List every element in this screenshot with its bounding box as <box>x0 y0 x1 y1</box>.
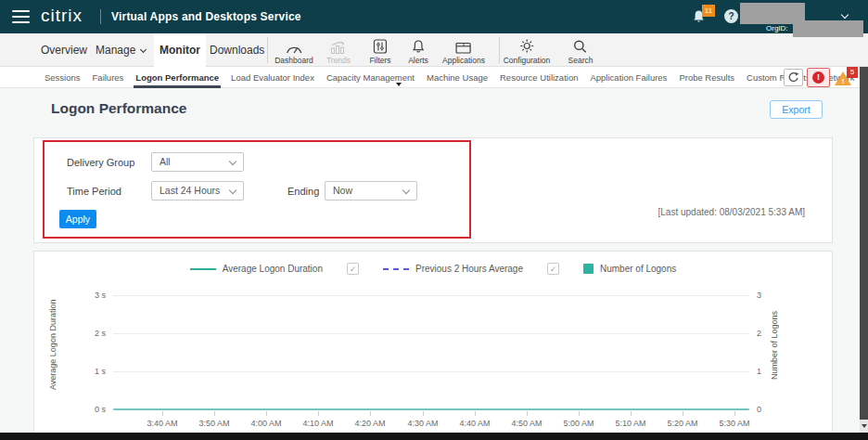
tab-resource-utilization[interactable]: Resource Utilization <box>500 67 578 88</box>
x-tick <box>475 411 476 416</box>
last-updated-text: [Last updated: 08/03/2021 5:33 AM] <box>594 207 805 217</box>
y-axis-right-title: Number of Logons <box>770 290 779 401</box>
org-id-label: OrgID: <box>766 24 788 32</box>
apply-button[interactable]: Apply <box>59 210 96 228</box>
chevron-down-icon <box>402 187 410 194</box>
tool-dashboard[interactable]: Dashboard <box>274 38 313 65</box>
x-tick-label: 3:40 AM <box>139 419 185 428</box>
legend-dashed-line-swatch <box>383 268 409 270</box>
nav-item-overview[interactable]: Overview <box>41 33 87 67</box>
configuration-gear-icon <box>504 38 551 54</box>
delivery-group-select[interactable]: All <box>151 152 244 172</box>
gridline <box>113 371 749 372</box>
citrix-logo: citrix <box>41 6 83 26</box>
refresh-button[interactable] <box>784 69 803 86</box>
account-chevron-down-icon[interactable] <box>841 11 849 19</box>
tool-label: Search <box>568 56 594 65</box>
x-tick-label: 4:50 AM <box>504 419 550 428</box>
legend-solid-line-swatch <box>190 268 216 270</box>
gridline <box>113 295 749 296</box>
x-tick <box>683 411 683 416</box>
product-title: Virtual Apps and Desktops Service <box>111 10 301 23</box>
time-period-label: Time Period <box>67 186 121 197</box>
time-period-select[interactable]: Last 24 Hours <box>151 181 244 201</box>
tool-alerts[interactable]: Alerts <box>408 38 428 65</box>
y-tick-right: 1 <box>757 367 775 376</box>
delivery-group-label: Delivery Group <box>67 157 134 168</box>
help-icon[interactable]: ? <box>724 9 738 23</box>
x-tick <box>266 411 267 416</box>
window-bottom-edge <box>0 433 868 440</box>
nav-item-downloads[interactable]: Downloads <box>210 33 264 67</box>
legend-checkbox-avg-duration[interactable]: ✓ <box>347 263 359 275</box>
time-period-value: Last 24 Hours <box>160 185 220 196</box>
x-tick-label: 4:40 AM <box>452 419 498 428</box>
tab-application-failures[interactable]: Application Failures <box>590 67 667 88</box>
nav-divider <box>499 37 500 63</box>
export-button[interactable]: Export <box>770 100 823 119</box>
chevron-down-icon <box>229 158 236 165</box>
y-tick-right: 3 <box>757 291 775 300</box>
redacted-org-id-box <box>793 20 863 37</box>
y-tick-right: 0 <box>757 405 775 414</box>
x-tick <box>527 411 528 416</box>
refresh-icon <box>787 71 799 84</box>
y-tick-left: 3 s <box>82 291 106 300</box>
x-tick <box>423 411 424 416</box>
legend-checkbox-prev-avg[interactable]: ✓ <box>547 263 559 275</box>
tool-configuration[interactable]: Configuration <box>504 38 551 65</box>
nav-item-monitor[interactable]: Monitor <box>154 33 206 67</box>
warning-alert-button[interactable]: ! 5 <box>834 67 858 87</box>
nav-divider <box>267 37 268 63</box>
applications-window-icon <box>442 38 485 54</box>
tool-trends[interactable]: Trends <box>326 38 351 65</box>
ending-select[interactable]: Now <box>325 181 417 201</box>
filters-icon <box>369 38 390 54</box>
dashboard-gauge-icon <box>274 38 313 54</box>
x-tick-label: 4:30 AM <box>400 419 446 428</box>
x-tick <box>370 411 371 416</box>
x-tick-label: 3:50 AM <box>191 419 237 428</box>
error-alert-button[interactable]: ! <box>807 68 830 87</box>
tool-filters[interactable]: Filters <box>369 38 390 65</box>
y-tick-left: 2 s <box>82 329 106 338</box>
tab-sessions[interactable]: Sessions <box>45 67 81 88</box>
tool-label: Dashboard <box>274 56 313 65</box>
x-tick-label: 5:30 AM <box>711 419 758 428</box>
hamburger-menu-icon[interactable] <box>12 10 30 23</box>
page-title: Logon Performance <box>51 100 186 117</box>
tab-load-evaluator-index[interactable]: Load Evaluator Index <box>231 67 314 88</box>
y-tick-left: 0 s <box>82 405 106 414</box>
gridline <box>113 333 749 334</box>
tab-probe-results[interactable]: Probe Results <box>679 67 734 88</box>
monitor-sub-nav: Sessions Failures Logon Performance Load… <box>0 67 868 88</box>
nav-item-manage[interactable]: Manage <box>96 33 146 67</box>
tool-label: Filters <box>369 56 390 65</box>
tool-applications[interactable]: Applications <box>442 38 485 65</box>
y-tick-right: 2 <box>757 329 775 338</box>
tool-label: Alerts <box>408 56 428 65</box>
chevron-down-icon <box>140 46 147 53</box>
chart-panel <box>33 251 833 440</box>
tab-failures[interactable]: Failures <box>93 67 124 88</box>
y-tick-left: 1 s <box>82 367 106 376</box>
notification-badge: 11 <box>702 5 715 17</box>
filters-caret-icon[interactable] <box>396 83 402 86</box>
x-tick-label: 4:10 AM <box>295 419 341 428</box>
scrollbar-down-arrow[interactable] <box>860 420 868 433</box>
legend-label: Average Logon Duration <box>223 264 323 274</box>
error-exclamation-icon: ! <box>812 71 824 84</box>
tool-search[interactable]: Search <box>568 38 594 65</box>
chart-legend: Average Logon Duration ✓ Previous 2 Hour… <box>33 263 833 275</box>
x-tick <box>162 411 163 416</box>
vertical-scrollbar[interactable] <box>860 67 868 420</box>
alerts-bell-icon <box>408 38 428 54</box>
tab-logon-performance[interactable]: Logon Performance <box>135 67 219 88</box>
legend-label: Number of Logons <box>600 264 676 274</box>
ending-value: Now <box>333 185 352 196</box>
tab-machine-usage[interactable]: Machine Usage <box>427 67 488 88</box>
tool-label: Configuration <box>504 56 551 65</box>
warning-count-badge: 5 <box>847 67 858 78</box>
x-tick <box>734 411 735 416</box>
chevron-down-icon <box>229 187 236 194</box>
